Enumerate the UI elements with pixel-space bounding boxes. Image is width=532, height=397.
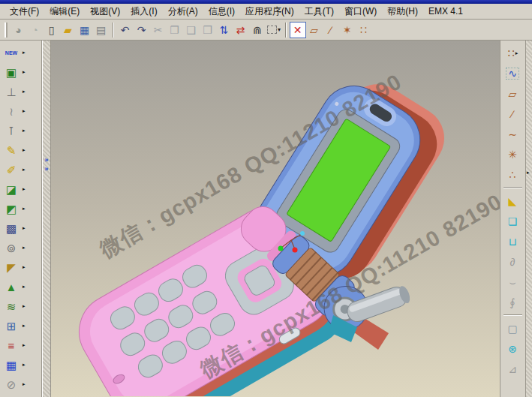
menu-information[interactable]: 信息(I) — [203, 4, 240, 20]
emx-lifter-icon[interactable]: ◩ ▸ — [0, 199, 41, 218]
open-part-icon[interactable]: ▰ — [60, 22, 77, 38]
toolbar-separator — [503, 187, 522, 188]
toolbar-separator — [503, 314, 522, 316]
panel-splitter[interactable]: » » — [42, 41, 51, 397]
expand-chevron-icon[interactable]: » — [43, 157, 50, 164]
toolbar-icon-glyph: ▦ — [3, 359, 20, 371]
emx-ejector-trim-icon[interactable]: ✐ ▸ — [0, 160, 41, 179]
emx-tools-icon[interactable]: ⊘ ▸ — [0, 374, 41, 394]
emx-electrode-icon[interactable]: ▦ ▸ — [0, 355, 41, 374]
snap-point-on-curve-icon[interactable]: ∕ — [323, 22, 339, 38]
emx-sprue-icon[interactable]: ◤ ▸ — [0, 257, 41, 277]
basic-curve-icon[interactable]: ∕ — [500, 104, 525, 124]
point-group-icon[interactable]: ∴ — [500, 164, 525, 185]
toolbar-icon-glyph: ⊔ — [509, 236, 517, 247]
close-part-session-icon[interactable]: ◔ — [27, 22, 44, 38]
flyout-arrow-icon: ▸ — [515, 50, 518, 56]
undo-icon[interactable]: ↶ — [117, 22, 134, 38]
menu-insert[interactable]: 插入(I) — [125, 4, 162, 20]
emx-project-icon[interactable]: NEW ▸ — [0, 43, 41, 62]
toolbar-grip[interactable] — [5, 23, 8, 38]
toolbar-icon-glyph: ∼ — [508, 129, 517, 140]
toolbar-icon-glyph: ↷ — [137, 25, 146, 35]
toolbar-icon-glyph: ✂ — [154, 25, 163, 35]
extract-body-icon[interactable]: ❏ — [500, 211, 525, 231]
point-icon[interactable]: ✳ — [500, 144, 525, 164]
block-icon[interactable]: ▢ — [500, 318, 525, 338]
emx-moldbase-icon[interactable]: ▣ ▸ — [0, 62, 41, 82]
emx-standard-parts-icon[interactable]: ⊥ ▸ — [0, 82, 41, 101]
menu-window[interactable]: 窗口(W) — [339, 4, 382, 20]
paste-special-icon[interactable]: ❒ — [200, 22, 216, 38]
studio-spline-icon[interactable]: ∿ — [500, 63, 525, 83]
new-part-icon[interactable]: ▯ — [44, 22, 60, 38]
menu-view[interactable]: 视图(V) — [85, 4, 125, 20]
find-icon[interactable]: ⋒ — [249, 22, 266, 38]
point-set-icon[interactable]: ∷ ▸ — [500, 43, 525, 63]
copy-icon[interactable]: ❐ — [167, 22, 183, 38]
snap-intersection-point-icon[interactable]: ✶ — [339, 22, 356, 38]
toolbar-icon-glyph: ⊿ — [508, 364, 517, 374]
menu-tools[interactable]: 工具(T) — [299, 4, 339, 20]
toolbar-icon-glyph: ✶ — [343, 25, 352, 35]
toolbar-icon-glyph: ▤ — [96, 25, 106, 35]
toolbar-icon-glyph: ◪ — [3, 184, 20, 195]
refresh-parts-icon[interactable]: ⇄ — [233, 22, 249, 38]
cut-icon[interactable]: ✂ — [150, 22, 167, 38]
flyout-arrow-icon: ▸ — [23, 206, 26, 212]
more-tools-arrow-icon[interactable]: ▸ — [527, 170, 530, 176]
menu-emx[interactable]: EMX 4.1 — [423, 5, 468, 18]
emx-ejector-pin-icon[interactable]: ✎ ▸ — [0, 140, 41, 160]
sheet-body-icon[interactable]: ⊿ — [500, 359, 525, 379]
toolbar-icon-glyph: ↶ — [121, 25, 130, 35]
update-assembly-icon[interactable]: ⇅ — [216, 22, 233, 38]
toolbar-icon-glyph: ⋒ — [253, 25, 262, 35]
menu-file[interactable]: 文件(F) — [5, 4, 44, 20]
toolbar-icon-glyph: ❑ — [186, 25, 196, 35]
flyout-arrow-icon: ▸ — [23, 50, 26, 56]
save-part-icon[interactable]: ▦ — [77, 22, 93, 38]
emx-locating-ring-icon[interactable]: ⊚ ▸ — [0, 238, 41, 257]
toolbar-icon-glyph: ▯ — [49, 25, 55, 35]
selection-filter-icon[interactable]: ▾ — [266, 22, 282, 38]
rotate-body-icon[interactable]: ⊛ — [500, 338, 525, 359]
emx-screw-icon[interactable]: ⊺ ▸ — [0, 121, 41, 140]
flyout-arrow-icon: ▸ — [23, 284, 26, 290]
snap-existing-point-icon[interactable]: ∷ — [356, 22, 372, 38]
viewport-canvas[interactable] — [51, 41, 500, 396]
curve-toolbar-group: ∷ ▸ ∿ ▱ ∕ ∼ ✳ ∴ — [500, 43, 525, 185]
toolbar-icon-glyph: ◣ — [509, 196, 517, 206]
face-blend-icon[interactable]: ∮ — [500, 292, 525, 312]
graphics-viewport[interactable]: 微信：gcpx168 QQ:11210 82190 微信：gcpx168 QQ:… — [51, 41, 500, 397]
emx-slider-icon[interactable]: ◪ ▸ — [0, 179, 41, 199]
menu-application[interactable]: 应用程序(N) — [240, 4, 299, 20]
redo-icon[interactable]: ↷ — [134, 22, 150, 38]
toolbar-icon-glyph: ❒ — [203, 25, 212, 35]
emx-spring-icon[interactable]: ≀ ▸ — [0, 101, 41, 121]
emx-bom-icon[interactable]: ≡ ▸ — [0, 335, 41, 355]
rectangle-icon[interactable]: ▱ — [500, 83, 525, 104]
load-part-session-icon[interactable]: ◕ — [11, 22, 27, 38]
spline-icon[interactable]: ∼ — [500, 124, 525, 144]
menu-edit[interactable]: 编辑(E) — [44, 4, 85, 20]
snap-feature-point-icon[interactable]: ▱ — [306, 22, 323, 38]
print-icon[interactable]: ▤ — [93, 22, 110, 38]
snap-end-point-icon[interactable]: ✕ — [290, 22, 306, 38]
docked-toolbar-strip[interactable]: ▸ — [525, 41, 532, 397]
paste-icon[interactable]: ❑ — [183, 22, 200, 38]
corner-fillet-icon[interactable]: ◣ — [500, 191, 525, 211]
toolbar-icon-glyph: ⊺ — [3, 125, 20, 137]
menu-analysis[interactable]: 分析(A) — [163, 4, 203, 20]
flyout-arrow-icon: ▸ — [23, 108, 26, 114]
edge-blend-icon[interactable]: ⌣ — [500, 272, 525, 292]
toolbar-icon-glyph: ∷ — [360, 25, 367, 35]
emx-gate-icon[interactable]: ▲ ▸ — [0, 277, 41, 296]
swept-icon[interactable]: ∂ — [500, 251, 525, 272]
expand-chevron-icon[interactable]: » — [43, 166, 50, 173]
menu-help[interactable]: 帮助(H) — [382, 4, 423, 20]
cavity-icon[interactable]: ⊔ — [500, 231, 525, 251]
emx-cooling-icon[interactable]: ⊞ ▸ — [0, 316, 41, 335]
toolbar-icon-glyph: ≡ — [3, 340, 20, 351]
emx-pocket-icon[interactable]: ▩ ▸ — [0, 218, 41, 238]
emx-runner-icon[interactable]: ≋ ▸ — [0, 296, 41, 316]
